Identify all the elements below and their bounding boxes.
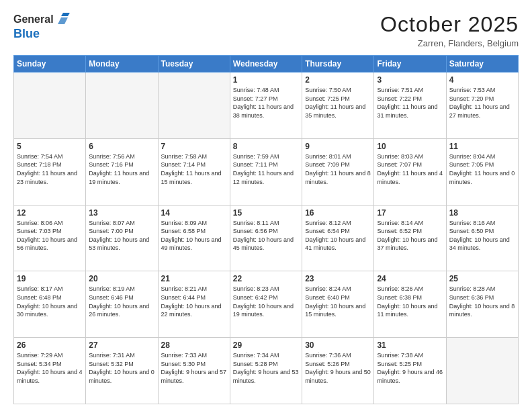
svg-marker-1	[61, 13, 70, 16]
week-row-3: 19Sunrise: 8:17 AMSunset: 6:48 PMDayligh…	[14, 271, 519, 338]
day-number: 31	[377, 340, 443, 350]
day-cell-3-2: 21Sunrise: 8:21 AMSunset: 6:44 PMDayligh…	[158, 271, 230, 338]
svg-marker-0	[58, 17, 68, 24]
day-cell-1-0: 5Sunrise: 7:54 AMSunset: 7:18 PMDaylight…	[14, 138, 86, 205]
day-info: Sunrise: 7:58 AMSunset: 7:14 PMDaylight:…	[161, 152, 227, 186]
day-cell-3-5: 24Sunrise: 8:26 AMSunset: 6:38 PMDayligh…	[374, 271, 446, 338]
day-number: 2	[305, 75, 371, 85]
day-cell-4-3: 29Sunrise: 7:34 AMSunset: 5:28 PMDayligh…	[230, 338, 302, 404]
day-cell-2-4: 16Sunrise: 8:12 AMSunset: 6:54 PMDayligh…	[302, 205, 374, 271]
day-cell-4-2: 28Sunrise: 7:33 AMSunset: 5:30 PMDayligh…	[158, 338, 230, 404]
day-number: 17	[377, 208, 443, 218]
calendar-table: Sunday Monday Tuesday Wednesday Thursday…	[13, 55, 519, 404]
day-number: 25	[449, 274, 515, 283]
day-info: Sunrise: 8:07 AMSunset: 7:00 PMDaylight:…	[89, 219, 154, 253]
day-number: 8	[233, 142, 299, 151]
day-number: 9	[305, 142, 371, 151]
day-info: Sunrise: 8:06 AMSunset: 7:03 PMDaylight:…	[17, 219, 83, 253]
day-cell-2-1: 13Sunrise: 8:07 AMSunset: 7:00 PMDayligh…	[86, 205, 158, 271]
day-cell-1-4: 9Sunrise: 8:01 AMSunset: 7:09 PMDaylight…	[302, 138, 374, 205]
day-cell-1-3: 8Sunrise: 7:59 AMSunset: 7:11 PMDaylight…	[230, 138, 302, 205]
day-cell-3-0: 19Sunrise: 8:17 AMSunset: 6:48 PMDayligh…	[14, 271, 86, 338]
day-cell-1-6: 11Sunrise: 8:04 AMSunset: 7:05 PMDayligh…	[446, 138, 518, 205]
day-number: 11	[449, 142, 515, 151]
day-cell-4-1: 27Sunrise: 7:31 AMSunset: 5:32 PMDayligh…	[86, 338, 158, 404]
week-row-4: 26Sunrise: 7:29 AMSunset: 5:34 PMDayligh…	[14, 338, 519, 404]
day-cell-4-6	[446, 338, 518, 404]
day-number: 3	[377, 75, 443, 85]
day-cell-0-1	[86, 73, 158, 139]
day-number: 22	[233, 274, 299, 283]
day-number: 15	[233, 208, 299, 218]
day-number: 1	[233, 75, 299, 85]
day-number: 19	[17, 274, 83, 283]
logo-blue-text: Blue	[13, 27, 40, 40]
day-cell-0-6: 4Sunrise: 7:53 AMSunset: 7:20 PMDaylight…	[446, 73, 518, 139]
day-number: 29	[233, 340, 299, 350]
day-cell-1-1: 6Sunrise: 7:56 AMSunset: 7:16 PMDaylight…	[86, 138, 158, 205]
day-number: 27	[89, 340, 154, 350]
day-info: Sunrise: 7:38 AMSunset: 5:25 PMDaylight:…	[377, 351, 443, 385]
day-info: Sunrise: 7:48 AMSunset: 7:27 PMDaylight:…	[233, 86, 299, 120]
day-number: 16	[305, 208, 371, 218]
day-info: Sunrise: 8:14 AMSunset: 6:52 PMDaylight:…	[377, 219, 443, 253]
day-info: Sunrise: 7:50 AMSunset: 7:25 PMDaylight:…	[305, 86, 371, 120]
day-info: Sunrise: 8:21 AMSunset: 6:44 PMDaylight:…	[161, 285, 227, 318]
day-number: 4	[449, 75, 515, 85]
weekday-header-row: Sunday Monday Tuesday Wednesday Thursday…	[14, 56, 519, 73]
month-title: October 2025	[380, 12, 519, 37]
day-info: Sunrise: 7:54 AMSunset: 7:18 PMDaylight:…	[17, 152, 83, 186]
week-row-2: 12Sunrise: 8:06 AMSunset: 7:03 PMDayligh…	[14, 205, 519, 271]
day-cell-3-3: 22Sunrise: 8:23 AMSunset: 6:42 PMDayligh…	[230, 271, 302, 338]
day-info: Sunrise: 7:59 AMSunset: 7:11 PMDaylight:…	[233, 152, 299, 186]
day-number: 7	[161, 142, 227, 151]
day-info: Sunrise: 8:24 AMSunset: 6:40 PMDaylight:…	[305, 285, 371, 318]
day-number: 24	[377, 274, 443, 283]
day-info: Sunrise: 8:19 AMSunset: 6:46 PMDaylight:…	[89, 285, 154, 318]
day-cell-3-4: 23Sunrise: 8:24 AMSunset: 6:40 PMDayligh…	[302, 271, 374, 338]
day-info: Sunrise: 7:33 AMSunset: 5:30 PMDaylight:…	[161, 351, 227, 385]
day-cell-1-5: 10Sunrise: 8:03 AMSunset: 7:07 PMDayligh…	[374, 138, 446, 205]
day-info: Sunrise: 7:56 AMSunset: 7:16 PMDaylight:…	[89, 152, 154, 186]
day-info: Sunrise: 8:12 AMSunset: 6:54 PMDaylight:…	[305, 219, 371, 253]
day-info: Sunrise: 8:26 AMSunset: 6:38 PMDaylight:…	[377, 285, 443, 318]
day-cell-2-6: 18Sunrise: 8:16 AMSunset: 6:50 PMDayligh…	[446, 205, 518, 271]
day-number: 14	[161, 208, 227, 218]
day-cell-0-0	[14, 73, 86, 139]
day-info: Sunrise: 7:51 AMSunset: 7:22 PMDaylight:…	[377, 86, 443, 120]
day-info: Sunrise: 8:03 AMSunset: 7:07 PMDaylight:…	[377, 152, 443, 186]
day-cell-1-2: 7Sunrise: 7:58 AMSunset: 7:14 PMDaylight…	[158, 138, 230, 205]
day-info: Sunrise: 7:53 AMSunset: 7:20 PMDaylight:…	[449, 86, 515, 120]
day-info: Sunrise: 7:34 AMSunset: 5:28 PMDaylight:…	[233, 351, 299, 385]
day-info: Sunrise: 8:16 AMSunset: 6:50 PMDaylight:…	[449, 219, 515, 253]
day-info: Sunrise: 8:11 AMSunset: 6:56 PMDaylight:…	[233, 219, 299, 253]
header-monday: Monday	[86, 56, 158, 73]
day-number: 6	[89, 142, 154, 151]
day-cell-3-1: 20Sunrise: 8:19 AMSunset: 6:46 PMDayligh…	[86, 271, 158, 338]
day-cell-4-0: 26Sunrise: 7:29 AMSunset: 5:34 PMDayligh…	[14, 338, 86, 404]
header-thursday: Thursday	[302, 56, 374, 73]
day-number: 18	[449, 208, 515, 218]
header-friday: Friday	[374, 56, 446, 73]
title-block: October 2025 Zarren, Flanders, Belgium	[380, 12, 519, 48]
day-info: Sunrise: 8:04 AMSunset: 7:05 PMDaylight:…	[449, 152, 515, 186]
day-cell-2-5: 17Sunrise: 8:14 AMSunset: 6:52 PMDayligh…	[374, 205, 446, 271]
logo: General Blue	[13, 12, 70, 41]
day-cell-0-2	[158, 73, 230, 139]
day-info: Sunrise: 7:31 AMSunset: 5:32 PMDaylight:…	[89, 351, 154, 385]
header: General Blue October 2025 Zarren, Flande…	[13, 12, 519, 48]
day-cell-4-5: 31Sunrise: 7:38 AMSunset: 5:25 PMDayligh…	[374, 338, 446, 404]
day-number: 13	[89, 208, 154, 218]
week-row-0: 1Sunrise: 7:48 AMSunset: 7:27 PMDaylight…	[14, 73, 519, 139]
day-number: 5	[17, 142, 83, 151]
day-number: 20	[89, 274, 154, 283]
day-cell-0-4: 2Sunrise: 7:50 AMSunset: 7:25 PMDaylight…	[302, 73, 374, 139]
day-cell-2-2: 14Sunrise: 8:09 AMSunset: 6:58 PMDayligh…	[158, 205, 230, 271]
day-number: 26	[17, 340, 83, 350]
day-number: 30	[305, 340, 371, 350]
day-cell-2-3: 15Sunrise: 8:11 AMSunset: 6:56 PMDayligh…	[230, 205, 302, 271]
day-info: Sunrise: 7:36 AMSunset: 5:26 PMDaylight:…	[305, 351, 371, 385]
day-info: Sunrise: 8:28 AMSunset: 6:36 PMDaylight:…	[449, 285, 515, 318]
header-sunday: Sunday	[14, 56, 86, 73]
day-number: 21	[161, 274, 227, 283]
